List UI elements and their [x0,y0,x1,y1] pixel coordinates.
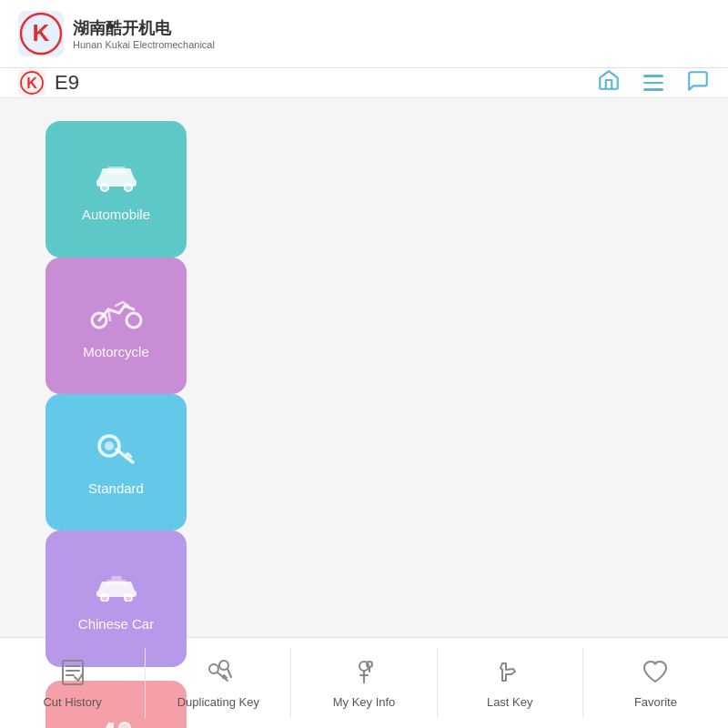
standard-icon [93,430,140,470]
chinese-car-icon [91,567,142,605]
svg-point-10 [126,313,141,328]
last-key-icon [495,657,524,690]
tile-motorcycle[interactable]: Motorcycle [46,258,187,394]
home-icon[interactable] [597,68,621,97]
motorcycle-icon [90,293,143,333]
standard-label: Standard [88,480,144,496]
svg-text:K: K [33,19,50,46]
nav-item-favorite[interactable]: Favorite [583,648,728,718]
menu-icon[interactable] [643,75,663,91]
svg-point-14 [101,594,108,602]
company-english: Hunan Kukai Electromechanical [73,39,215,50]
my-key-info-label: My Key Info [333,695,396,709]
company-chinese: 湖南酷开机电 [73,17,215,39]
company-logo: K [18,11,64,56]
tile-chinese-car[interactable]: Chinese Car [46,531,187,667]
svg-rect-16 [111,576,122,580]
cut-history-label: Cut History [43,695,101,709]
chat-icon[interactable] [686,69,710,96]
favorite-label: Favorite [634,695,677,709]
grid-area: Automobile Motorcycle [0,98,728,728]
tile-automobile[interactable]: Automobile [46,121,187,258]
motorcycle-label: Motorcycle [83,344,149,359]
nav-item-my-key-info[interactable]: My Key Info [291,648,437,718]
toolbar-icons [597,68,710,97]
svg-rect-22 [63,661,83,684]
app-title: E9 [55,71,597,95]
duplicating-key-label: Duplicating Key [177,695,259,709]
logo-area: K 湖南酷开机电 Hunan Kukai Electromechanical [18,11,215,56]
svg-point-8 [125,184,132,191]
svg-point-7 [101,184,108,191]
svg-point-29 [367,662,372,667]
automobile-icon [93,157,140,196]
svg-point-17 [119,723,130,729]
favorite-icon [641,657,670,690]
svg-text:K: K [26,76,37,91]
nav-item-duplicating-key[interactable]: Duplicating Key [146,648,291,718]
automobile-label: Automobile [82,207,150,222]
chinese-car-label: Chinese Car [78,616,154,632]
company-name: 湖南酷开机电 Hunan Kukai Electromechanical [73,17,215,50]
top-header: K 湖南酷开机电 Hunan Kukai Electromechanical [0,0,728,68]
last-key-label: Last Key [487,695,533,709]
nav-item-cut-history[interactable]: Cut History [0,648,146,718]
app-logo-small: K [18,69,46,96]
grid-row-1: Automobile Motorcycle [46,121,682,667]
duplicating-key-icon [204,657,233,690]
svg-point-12 [105,441,114,450]
tile-standard[interactable]: Standard [46,394,187,531]
svg-point-15 [125,594,132,602]
main-container: K E9 [0,68,728,637]
nav-item-last-key[interactable]: Last Key [438,648,583,718]
my-key-info-icon [349,657,379,690]
bottom-nav: Cut History Duplicating Key My Key [0,637,728,728]
cut-history-icon [58,657,87,690]
app-toolbar: K E9 [0,68,728,98]
